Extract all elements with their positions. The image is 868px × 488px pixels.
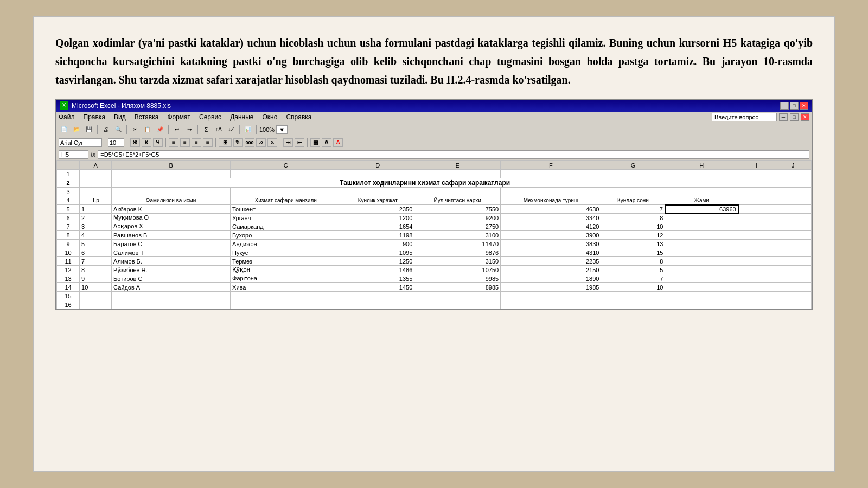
cell-b11[interactable]: Алимов Б. xyxy=(112,257,231,266)
cell-i14[interactable] xyxy=(738,283,775,292)
cell-a10[interactable]: 6 xyxy=(80,248,112,257)
cell-j11[interactable] xyxy=(775,257,811,266)
cut-btn[interactable]: ✂ xyxy=(130,125,141,134)
cell-b5[interactable]: Акбаров К xyxy=(112,205,231,214)
cell-b12[interactable]: Рўзибоев Н. xyxy=(112,266,231,274)
underline-btn[interactable]: Ч xyxy=(153,138,163,147)
row-header-14[interactable]: 14 xyxy=(57,283,80,292)
cell-b9[interactable]: Баратов С xyxy=(112,240,231,248)
cell-j12[interactable] xyxy=(775,266,811,274)
row-header-2[interactable]: 2 xyxy=(57,178,80,188)
cell-e5[interactable]: 7550 xyxy=(414,205,501,214)
cell-j3[interactable] xyxy=(775,188,811,196)
indent-btn[interactable]: ⇥ xyxy=(283,138,293,147)
cell-15-3[interactable] xyxy=(231,292,341,300)
cell-16-9[interactable] xyxy=(738,300,775,309)
align-center-btn[interactable]: ≡ xyxy=(180,138,190,147)
cell-i11[interactable] xyxy=(738,257,775,266)
cell-j8[interactable] xyxy=(775,231,811,240)
cell-j1[interactable] xyxy=(775,170,811,178)
redo-btn[interactable]: ↪ xyxy=(184,125,195,134)
row-header-12[interactable]: 12 xyxy=(57,266,80,274)
col-header-h[interactable]: H xyxy=(665,161,738,170)
restore-button[interactable]: □ xyxy=(790,102,799,110)
menu-insert[interactable]: Вставка xyxy=(135,113,159,121)
cell-h7[interactable] xyxy=(665,222,738,231)
cell-c12[interactable]: Қўқон xyxy=(231,266,341,274)
align-left-btn[interactable]: ≡ xyxy=(169,138,178,147)
header-a[interactable]: Т.р xyxy=(80,196,112,205)
open-btn[interactable]: 📂 xyxy=(71,125,82,134)
cell-a1[interactable] xyxy=(80,170,112,178)
cell-h6[interactable] xyxy=(665,214,738,222)
cell-15-8[interactable] xyxy=(665,292,738,300)
cell-d11[interactable]: 1250 xyxy=(341,257,414,266)
undo-btn[interactable]: ↩ xyxy=(171,125,182,134)
cell-a12[interactable]: 8 xyxy=(80,266,112,274)
cell-b1[interactable] xyxy=(112,170,231,178)
header-b[interactable]: Фамилияси ва исми xyxy=(112,196,231,205)
cell-g11[interactable]: 8 xyxy=(601,257,665,266)
cell-j6[interactable] xyxy=(775,214,811,222)
cell-f5[interactable]: 4630 xyxy=(501,205,601,214)
cell-i6[interactable] xyxy=(738,214,775,222)
cell-16-4[interactable] xyxy=(341,300,414,309)
cell-j7[interactable] xyxy=(775,222,811,231)
cell-15-6[interactable] xyxy=(501,292,601,300)
search-input[interactable] xyxy=(712,113,777,121)
cell-f13[interactable]: 1890 xyxy=(501,274,601,283)
cell-e1[interactable] xyxy=(414,170,501,178)
cell-h10[interactable] xyxy=(665,248,738,257)
cell-c10[interactable]: Нукус xyxy=(231,248,341,257)
cell-15-4[interactable] xyxy=(341,292,414,300)
row-header-1[interactable]: 1 xyxy=(57,170,80,178)
cell-a9[interactable]: 5 xyxy=(80,240,112,248)
col-header-e[interactable]: E xyxy=(414,161,501,170)
cell-b6[interactable]: Муқимова О xyxy=(112,214,231,222)
merge-btn[interactable]: ⊞ xyxy=(219,138,232,147)
header-j[interactable] xyxy=(775,196,811,205)
cell-ref-box[interactable]: H5 xyxy=(59,150,88,159)
print-btn[interactable]: 🖨 xyxy=(100,125,111,134)
menu-window[interactable]: Окно xyxy=(262,113,277,121)
cell-a11[interactable]: 7 xyxy=(80,257,112,266)
cell-16-7[interactable] xyxy=(601,300,665,309)
row-header-5[interactable]: 5 xyxy=(57,205,80,214)
cell-c8[interactable]: Бухоро xyxy=(231,231,341,240)
align-right-btn[interactable]: ≡ xyxy=(192,138,201,147)
preview-btn[interactable]: 🔍 xyxy=(113,125,124,134)
cell-i3[interactable] xyxy=(738,188,775,196)
row-header-7[interactable]: 7 xyxy=(57,222,80,231)
cell-e14[interactable]: 8985 xyxy=(414,283,501,292)
col-header-i[interactable]: I xyxy=(738,161,775,170)
sort-desc-btn[interactable]: ↓Z xyxy=(226,125,237,134)
cell-h3[interactable] xyxy=(665,188,738,196)
row-header-8[interactable]: 8 xyxy=(57,231,80,240)
cell-f1[interactable] xyxy=(501,170,601,178)
cell-a3[interactable] xyxy=(80,188,112,196)
header-f[interactable]: Мехмонхонада туриш xyxy=(501,196,601,205)
cell-i10[interactable] xyxy=(738,248,775,257)
row-header-16[interactable]: 16 xyxy=(57,300,80,309)
row-header-6[interactable]: 6 xyxy=(57,214,80,222)
cell-e8[interactable]: 3100 xyxy=(414,231,501,240)
cell-a7[interactable]: 3 xyxy=(80,222,112,231)
fill-color-btn[interactable]: A xyxy=(322,138,331,147)
header-c[interactable]: Хизмат сафари манзили xyxy=(231,196,341,205)
new-btn[interactable]: 📄 xyxy=(59,125,69,134)
cell-d12[interactable]: 1486 xyxy=(341,266,414,274)
cell-h13[interactable] xyxy=(665,274,738,283)
menu-edit[interactable]: Правка xyxy=(84,113,106,121)
cell-d8[interactable]: 1198 xyxy=(341,231,414,240)
cell-h5[interactable]: 63960 xyxy=(665,205,738,214)
menu-help[interactable]: Справка xyxy=(286,113,311,121)
cell-h14[interactable] xyxy=(665,283,738,292)
cell-a14[interactable]: 10 xyxy=(80,283,112,292)
cell-f9[interactable]: 3830 xyxy=(501,240,601,248)
cell-15-10[interactable] xyxy=(775,292,811,300)
border-btn[interactable]: ▦ xyxy=(310,138,320,147)
cell-i2[interactable] xyxy=(738,178,775,188)
titlebar-controls[interactable]: ─ □ ✕ xyxy=(780,102,808,110)
cell-i5[interactable] xyxy=(738,205,775,214)
cell-c7[interactable]: Самарканд xyxy=(231,222,341,231)
